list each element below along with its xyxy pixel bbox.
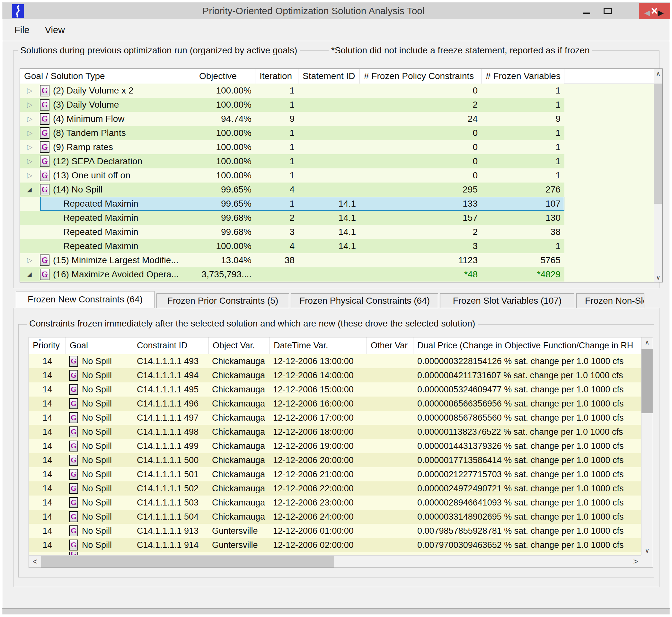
header-other-var[interactable]: Other Var	[367, 338, 413, 354]
solution-row[interactable]: G Repeated Maximin 99.65% 1 14.1 133 107	[20, 197, 564, 211]
menu-file[interactable]: File	[2, 25, 37, 35]
solution-row[interactable]: ▷ G (13) One unit off on 100.00% 1 0 1	[20, 168, 564, 183]
priority-cell: 14	[29, 453, 66, 467]
dual-price-cell: 0.0000006566356956 % sat. change per 1.0…	[413, 397, 642, 411]
tab[interactable]: Frozen Slot Variables (107)	[440, 293, 574, 308]
constraints-group-label: Constraints frozen immediately after the…	[27, 319, 478, 329]
scroll-down-icon[interactable]: ∨	[656, 272, 661, 282]
scroll-up-icon[interactable]: ∧	[645, 338, 650, 347]
header-datetime-var[interactable]: DateTime Var.	[270, 338, 367, 354]
expander-icon[interactable]: ◢	[27, 183, 40, 197]
goal-icon: G	[40, 269, 49, 280]
solution-row[interactable]: G Repeated Maximin 100.00% 4 14.1 3 1	[20, 239, 564, 253]
solution-row[interactable]: G Repeated Maximin 99.68% 2 14.1 157 130	[20, 211, 564, 225]
minimize-button[interactable]	[576, 3, 597, 19]
tab-label: Frozen Physical Constraints (64)	[299, 296, 430, 305]
expander-icon[interactable]: ▷	[27, 154, 40, 168]
header-frozen-variables[interactable]: # Frozen Variables	[481, 69, 564, 83]
expander-icon[interactable]: ▷	[27, 83, 40, 98]
row-label: (13) One unit off on	[53, 168, 130, 183]
scroll-right-icon[interactable]: >	[630, 557, 642, 567]
goal-icon: G	[69, 426, 78, 437]
constraint-row[interactable]: 14 G No Spill C14.1.1.1.1 493 Chickamaug…	[29, 354, 641, 368]
constraint-row[interactable]: 14 G No Spill C14.1.1.1.1 501 Chickamaug…	[29, 467, 641, 481]
constraint-row[interactable]: 14 G No Spill C14.1.1.1.1 914 Guntersvil…	[29, 538, 641, 552]
constraint-row[interactable]: 14 G No Spill C14.1.1.1.1 497 Chickamaug…	[29, 411, 641, 425]
other-var-cell	[367, 425, 413, 439]
constraint-row[interactable]: 14 G No Spill C14.1.1.1.1 503 Chickamaug…	[29, 495, 641, 510]
tab[interactable]: Frozen Prior Constraints (5)	[156, 293, 289, 308]
expander-icon[interactable]: ▷	[27, 253, 40, 267]
header-goal-solution-type[interactable]: Goal / Solution Type	[20, 69, 195, 83]
solution-row[interactable]: ◢ G (16) Maximize Avoided Opera... 3,735…	[20, 267, 564, 281]
tab[interactable]: Frozen Non-Slo	[576, 293, 644, 308]
dual-price-cell: 0.0000005324609477 % sat. change per 1.0…	[413, 382, 642, 397]
header-goal[interactable]: Goal	[66, 338, 133, 354]
tab-scroll-left-icon[interactable]: ◀	[642, 7, 653, 19]
solution-row[interactable]: ▷ G (2) Daily Volume x 2 100.00% 1 0 1	[20, 83, 564, 98]
title-bar[interactable]: Priority-Oriented Optimization Solution …	[2, 3, 670, 19]
header-frozen-policy-constraints[interactable]: # Frozen Policy Constraints	[360, 69, 481, 83]
header-dual-price[interactable]: Dual Price (Change in Objective Function…	[413, 338, 642, 354]
solution-row[interactable]: G Repeated Maximin 99.68% 3 14.1 2 38	[20, 225, 564, 239]
expander-icon[interactable]: ▷	[27, 140, 40, 154]
scroll-left-icon[interactable]: <	[29, 557, 41, 567]
scroll-down-icon[interactable]: ∨	[645, 546, 650, 555]
expander-icon[interactable]: ▷	[27, 98, 40, 112]
header-constraint-id[interactable]: Constraint ID	[133, 338, 209, 354]
constraint-row[interactable]: 14 G No Spill C14.1.1.1.1 913 Guntersvil…	[29, 524, 641, 538]
solution-row[interactable]: ▷ G (12) SEPA Declaration 100.00% 1 0 1	[20, 154, 564, 168]
constraint-row[interactable]: G	[29, 552, 641, 555]
header-object-var[interactable]: Object Var.	[209, 338, 270, 354]
tab[interactable]: Frozen Physical Constraints (64)	[291, 293, 438, 308]
constraint-row[interactable]: 14 G No Spill C14.1.1.1.1 495 Chickamaug…	[29, 382, 641, 397]
other-var-cell	[367, 397, 413, 411]
solution-row[interactable]: ▷ G (4) Minimum Flow 94.74% 9 24 9	[20, 112, 564, 126]
goal-icon: G	[69, 497, 78, 508]
constraint-row[interactable]: 14 G No Spill C14.1.1.1.1 500 Chickamaug…	[29, 453, 641, 467]
window-title: Priority-Oriented Optimization Solution …	[41, 3, 586, 19]
menu-view[interactable]: View	[37, 25, 73, 35]
tree-vertical-scrollbar[interactable]: ∧ ∨	[654, 69, 662, 282]
statement-id-cell	[298, 168, 360, 183]
header-priority[interactable]: ▼ Priority	[29, 338, 66, 354]
constraint-row[interactable]: 14 G No Spill C14.1.1.1.1 496 Chickamaug…	[29, 397, 641, 411]
expander-icon[interactable]: ▷	[27, 168, 40, 183]
constraint-row[interactable]: 14 G No Spill C14.1.1.1.1 504 Chickamaug…	[29, 510, 641, 524]
constraints-header-row: ▼ Priority Goal Constraint ID Object Var…	[29, 338, 641, 355]
row-label: (14) No Spill	[53, 183, 102, 197]
expander-icon[interactable]: ◢	[27, 267, 40, 281]
policy-constraints-cell: 157	[360, 211, 481, 225]
solution-row[interactable]: ▷ G (9) Ramp rates 100.00% 1 0 1	[20, 140, 564, 154]
constraints-hscroll-thumb[interactable]	[41, 556, 334, 568]
variables-cell: 1	[481, 98, 564, 112]
scroll-up-icon[interactable]: ∧	[656, 69, 661, 78]
maximize-button[interactable]	[597, 3, 618, 19]
other-var-cell	[367, 439, 413, 453]
expander-icon[interactable]: ▷	[27, 112, 40, 126]
header-objective[interactable]: Objective	[195, 69, 255, 83]
solution-row[interactable]: ▷ G (15) Minimize Largest Modifie... 13.…	[20, 253, 564, 267]
constraints-vertical-scrollbar[interactable]: ∧ ∨	[641, 338, 653, 555]
variables-cell: 1	[481, 168, 564, 183]
solution-row[interactable]: ◢ G (14) No Spill 99.65% 4 295 276	[20, 183, 564, 197]
constraint-row[interactable]: 14 G No Spill C14.1.1.1.1 498 Chickamaug…	[29, 425, 641, 439]
goal-icon: G	[40, 127, 49, 139]
constraints-vscroll-thumb[interactable]	[642, 349, 653, 413]
expander-icon[interactable]: ▷	[27, 126, 40, 140]
app-icon	[12, 4, 24, 18]
constraints-horizontal-scrollbar[interactable]: < >	[29, 555, 642, 568]
tree-scroll-thumb[interactable]	[654, 83, 662, 204]
header-statement-id[interactable]: Statement ID	[298, 69, 360, 83]
header-iteration[interactable]: Iteration	[255, 69, 298, 83]
tab[interactable]: Frozen New Constraints (64)	[16, 291, 154, 308]
constraint-row[interactable]: 14 G No Spill C14.1.1.1.1 499 Chickamaug…	[29, 439, 641, 453]
constraint-row[interactable]: 14 G No Spill C14.1.1.1.1 494 Chickamaug…	[29, 368, 641, 382]
tab-scroll-right-icon[interactable]: ▶	[655, 7, 667, 19]
objective-cell: 99.68%	[195, 225, 255, 239]
solution-row[interactable]: ▷ G (8) Tandem Plants 100.00% 1 0 1	[20, 126, 564, 140]
constraint-row[interactable]: 14 G No Spill C14.1.1.1.1 502 Chickamaug…	[29, 481, 641, 495]
goal-cell: G No Spill	[66, 354, 133, 368]
solution-row[interactable]: ▷ G (3) Daily Volume 100.00% 1 2 1	[20, 98, 564, 112]
object-var-cell: Chickamauga	[209, 425, 270, 439]
